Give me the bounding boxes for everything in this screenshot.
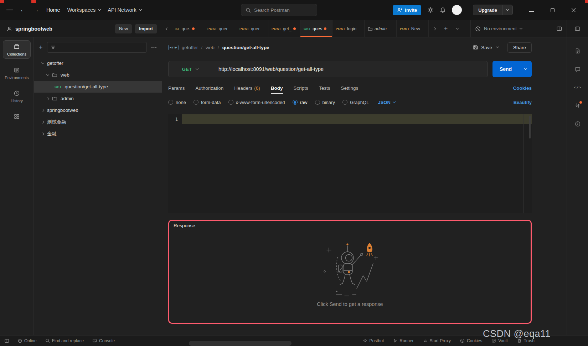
tab-request-1[interactable]: ST que.	[172, 20, 204, 37]
tree-item-springbootweb[interactable]: springbootweb	[34, 104, 162, 116]
global-search-box[interactable]	[241, 4, 317, 16]
cookies-link[interactable]: Cookies	[513, 81, 532, 95]
more-options-icon[interactable]	[151, 46, 157, 48]
import-button[interactable]: Import	[135, 24, 157, 33]
tab-body[interactable]: Body	[271, 81, 283, 95]
collections-panel: + getoffer	[34, 37, 162, 335]
tab-scripts[interactable]: Scripts	[294, 81, 308, 95]
tree-item-finance[interactable]: 金融	[34, 128, 162, 140]
tab-headers[interactable]: Headers (6)	[234, 81, 260, 95]
rail-item-flows[interactable]	[3, 110, 31, 122]
close-button[interactable]	[566, 8, 581, 12]
scroll-tabs-left-icon[interactable]	[162, 20, 172, 37]
save-dropdown-icon[interactable]	[496, 47, 499, 48]
info-icon[interactable]	[575, 121, 581, 127]
minimize-button[interactable]	[524, 8, 539, 12]
tab-request-2[interactable]: POST quer	[204, 20, 236, 37]
breadcrumb: HTTP getoffer / web / question/get-all-t…	[168, 45, 269, 50]
beautify-link[interactable]: Beautify	[514, 100, 532, 105]
breadcrumb-request-name[interactable]: question/get-all-type	[222, 45, 269, 50]
code-snippet-icon[interactable]: </>	[574, 85, 581, 90]
tree-item-admin[interactable]: admin	[34, 93, 162, 104]
mode-none[interactable]: none	[168, 100, 186, 105]
mode-x-www-form-urlencoded[interactable]: x-www-form-urlencoded	[228, 100, 285, 105]
console-toggle[interactable]: Console	[92, 338, 115, 343]
chevron-down-icon	[98, 8, 101, 11]
breadcrumb-folder[interactable]: web	[206, 45, 215, 50]
tab-params[interactable]: Params	[168, 81, 185, 95]
runner-button[interactable]: Runner	[393, 338, 413, 343]
method-selector[interactable]: GET	[169, 61, 212, 77]
rail-item-collections[interactable]: Collections	[3, 40, 31, 59]
online-status[interactable]: Online	[18, 338, 37, 343]
workspace-name[interactable]: springbootweb	[15, 26, 52, 32]
find-and-replace[interactable]: Find and replace	[45, 338, 84, 343]
tab-folder-admin[interactable]: admin	[365, 20, 397, 37]
add-collection-icon[interactable]: +	[39, 44, 43, 51]
tree-item-request-selected[interactable]: GET question/get-all-type	[34, 81, 162, 93]
rail-item-environments[interactable]: Environments	[3, 64, 31, 82]
notifications-bell-icon[interactable]	[440, 7, 446, 13]
nav-api-network[interactable]: API Network	[108, 7, 141, 13]
cookies-button[interactable]: Cookies	[460, 338, 482, 343]
tab-request-3[interactable]: POST quer	[236, 20, 268, 37]
environment-quick-look-icon[interactable]	[556, 26, 562, 32]
collection-filter-box[interactable]	[47, 42, 147, 53]
settings-gear-icon[interactable]	[427, 7, 434, 13]
rail-label: Collections	[7, 52, 26, 56]
mode-form-data[interactable]: form-data	[194, 100, 221, 105]
tab-settings[interactable]: Settings	[341, 81, 358, 95]
comments-icon[interactable]	[575, 67, 581, 72]
sidebar-layout-toggle-icon[interactable]	[567, 20, 588, 37]
breadcrumb-collection[interactable]: getoffer	[182, 45, 198, 50]
tab-authorization[interactable]: Authorization	[196, 81, 224, 95]
tab-method: POST	[336, 27, 345, 31]
related-requests-icon[interactable]	[575, 103, 581, 108]
mode-raw[interactable]: raw	[293, 100, 308, 105]
response-title: Response	[174, 223, 526, 228]
collection-filter-input[interactable]	[58, 45, 143, 50]
watermark: CSDN @eqa11	[483, 328, 551, 339]
send-dropdown-icon[interactable]	[519, 61, 532, 77]
start-proxy-button[interactable]: Start Proxy	[423, 338, 451, 343]
avatar[interactable]	[452, 5, 462, 15]
mode-binary[interactable]: binary	[315, 100, 335, 105]
rail-item-history[interactable]: History	[3, 87, 31, 105]
tree-item-test-finance[interactable]: 测试金融	[34, 116, 162, 128]
nav-workspaces[interactable]: Workspaces	[67, 7, 101, 13]
nav-home[interactable]: Home	[46, 7, 60, 13]
tab-request-8[interactable]: POST New	[397, 20, 429, 37]
toggle-sidebar-icon[interactable]	[4, 338, 9, 343]
upgrade-button[interactable]: Upgrade	[473, 5, 513, 15]
environment-selector[interactable]: No environment	[470, 20, 567, 37]
editor-scrollbar[interactable]	[529, 116, 531, 139]
back-icon[interactable]: ←	[20, 6, 26, 14]
invite-button[interactable]: Invite	[393, 5, 421, 15]
tab-request-6[interactable]: POST login	[332, 20, 365, 37]
url-input[interactable]: http://localhost:8091/web/question/get-a…	[212, 61, 330, 77]
tree-item-web[interactable]: web	[34, 69, 162, 81]
share-button[interactable]: Share	[507, 42, 532, 53]
documentation-icon[interactable]	[575, 48, 581, 54]
start-proxy-label: Start Proxy	[430, 338, 451, 343]
raw-language-selector[interactable]: JSON	[378, 100, 395, 105]
new-tab-icon[interactable]: +	[440, 20, 452, 37]
tab-tests[interactable]: Tests	[319, 81, 330, 95]
maximize-button[interactable]	[545, 8, 560, 12]
send-button[interactable]: Send	[492, 61, 532, 77]
scroll-tabs-right-icon[interactable]	[429, 20, 440, 37]
tab-request-4[interactable]: POST get_	[268, 20, 300, 37]
upgrade-dropdown-icon[interactable]	[502, 5, 512, 15]
tab-request-active[interactable]: GET ques	[300, 20, 332, 37]
code-area[interactable]	[182, 114, 532, 213]
body-editor[interactable]: 1	[168, 114, 532, 213]
tree-item-getoffer[interactable]: getoffer	[34, 57, 162, 69]
mode-graphql[interactable]: GraphQL	[342, 100, 369, 105]
postbot-button[interactable]: Postbot	[363, 338, 384, 343]
tab-list-dropdown-icon[interactable]	[452, 20, 463, 37]
search-input[interactable]	[254, 7, 308, 13]
new-button[interactable]: New	[115, 24, 132, 33]
save-button[interactable]: Save	[473, 45, 492, 50]
hamburger-menu-icon[interactable]	[6, 8, 13, 12]
forward-icon[interactable]: →	[33, 6, 39, 14]
